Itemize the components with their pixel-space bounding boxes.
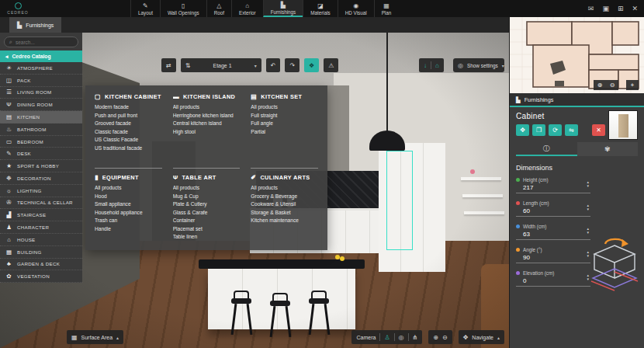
sidebar-item-pack[interactable]: ◫ PACK — [0, 75, 82, 87]
catalog-search[interactable]: ⌕ — [4, 37, 78, 47]
menu-item[interactable]: All products — [173, 184, 241, 193]
menu-item[interactable]: Plate & Cutlery — [173, 200, 241, 209]
close-icon[interactable]: ✕ — [632, 5, 638, 12]
orientation-cube-widget[interactable] — [588, 231, 641, 295]
menu-item[interactable]: Push and pull front — [95, 112, 162, 120]
redo-button[interactable]: ↷ — [285, 58, 299, 72]
sidebar-item-dining-room[interactable]: Ψ DINING ROOM — [0, 99, 82, 111]
tab-materials[interactable]: ◪ Materials — [303, 0, 338, 17]
warning-button[interactable]: ⚠ — [324, 58, 338, 72]
surface-area-button[interactable]: ▦ Surface Area ▴ — [67, 330, 123, 344]
rotate-button[interactable]: ⟳ — [549, 124, 562, 136]
menu-item[interactable]: Container — [173, 217, 241, 225]
floor-selector[interactable]: ⇅ Etage 1 ▾ — [181, 58, 261, 72]
orbit-view-icon[interactable]: ◎ — [399, 334, 404, 341]
menu-item[interactable]: Full angle — [251, 120, 318, 128]
menu-item[interactable]: Herringbone kitchen island — [173, 112, 241, 120]
tab-hd-visual[interactable]: ◉ HD Visual — [338, 0, 374, 17]
search-input[interactable] — [16, 40, 70, 45]
show-settings-button[interactable]: ◎ Show settings ▾ — [453, 58, 504, 72]
tab-wall-openings[interactable]: ▯ Wall Openings — [160, 0, 206, 17]
menu-item[interactable]: US Classic Facade — [95, 136, 162, 144]
sidebar-item-kitchen[interactable]: ▤ KITCHEN — [0, 111, 82, 124]
download-icon[interactable]: ↓ — [424, 62, 427, 69]
fullscreen-icon[interactable]: ⊞ — [618, 5, 624, 12]
duplicate-button[interactable]: ❐ — [532, 124, 545, 136]
swap-button[interactable]: ⇋ — [565, 124, 578, 136]
menu-item[interactable]: Small appliance — [95, 200, 162, 209]
sidebar-item-atmosphere[interactable]: ☀ ATMOSPHERE — [0, 62, 82, 75]
sidebar-item-vegetation[interactable]: ✿ VEGETATION — [0, 270, 82, 283]
sidebar-item-bedroom[interactable]: ▭ BEDROOM — [0, 136, 82, 148]
navigate-button[interactable]: ✥ Navigate ▴ — [459, 330, 504, 344]
minimap-target-button[interactable]: ⌖ — [626, 80, 639, 90]
tab-materials[interactable]: ✾ — [577, 142, 639, 156]
menu-item[interactable]: Mug & Cup — [173, 193, 241, 201]
tab-furnishings[interactable]: ▙ Furnishings — [263, 0, 303, 17]
elevation-input[interactable]: 0 — [523, 277, 590, 284]
menu-item[interactable]: Cookware & Utensil — [251, 200, 318, 209]
zoom-in-icon[interactable]: ⊕ — [594, 80, 606, 90]
sidebar-item-lighting[interactable]: ☼ LIGHTING — [0, 185, 82, 197]
compare-button[interactable]: ⇄ — [161, 58, 176, 72]
menu-item[interactable]: Classic facade — [95, 128, 162, 137]
angle-input[interactable]: 90 — [523, 254, 590, 261]
cedreo-catalog-header[interactable]: ◂ Cedreo Catalog — [0, 50, 82, 62]
sidebar-item-building[interactable]: ▦ BUILDING — [0, 246, 82, 259]
sidebar-item-house[interactable]: ⌂ HOUSE — [0, 234, 82, 246]
menu-item[interactable]: Modern facade — [95, 103, 162, 112]
sidebar-item-character[interactable]: ♟ CHARACTER — [0, 221, 82, 234]
menu-item[interactable]: Trash can — [95, 217, 162, 225]
menu-item[interactable]: Hood — [95, 193, 162, 201]
sidebar-item-staircase[interactable]: ▟ STAIRCASE — [0, 209, 82, 221]
menu-item[interactable]: Grooved facade — [95, 120, 162, 128]
menu-item[interactable]: Table linen — [173, 233, 241, 242]
home-view-icon[interactable]: ⌂ — [435, 62, 439, 69]
length-input[interactable]: 60 — [523, 207, 590, 214]
sidebar-item-decoration[interactable]: ❉ DECORATION — [0, 172, 82, 185]
panel-furnishings-tab[interactable]: ▙ Furnishings — [510, 93, 644, 107]
sidebar-item-sport-hobby[interactable]: ★ SPORT & HOBBY — [0, 160, 82, 172]
delete-button[interactable]: ✕ — [592, 124, 605, 136]
menu-item[interactable]: Full straight — [251, 112, 318, 120]
menu-item[interactable]: All products — [95, 184, 162, 193]
height-input[interactable]: 217 — [523, 184, 590, 191]
menu-item[interactable]: Partial — [251, 128, 318, 137]
tab-exterior[interactable]: ⌂ Exterior — [231, 0, 263, 17]
furnishings-subtab[interactable]: ▙ Furnishings — [9, 17, 61, 33]
menu-item[interactable]: Placemat set — [173, 225, 241, 234]
width-input[interactable]: 63 — [523, 231, 590, 238]
zoom-out-icon[interactable]: ⊖ — [606, 80, 618, 90]
menu-item[interactable]: All products — [173, 103, 241, 112]
stepper-down-icon[interactable]: ▾ — [587, 207, 589, 211]
menu-item[interactable]: All products — [251, 103, 318, 112]
menu-item[interactable]: Central kitchen island — [173, 120, 241, 128]
zoom-out-icon[interactable]: ⊖ — [442, 334, 448, 341]
tab-roof[interactable]: △ Roof — [206, 0, 231, 17]
stepper-down-icon[interactable]: ▾ — [587, 184, 589, 188]
menu-item[interactable]: All products — [251, 184, 318, 193]
comments-icon[interactable]: ✉ — [588, 5, 594, 12]
move-button[interactable]: ✥ — [516, 124, 529, 136]
menu-item[interactable]: Handle — [95, 225, 162, 234]
render-button[interactable]: ❖ — [304, 58, 319, 72]
menu-item[interactable]: US traditional facade — [95, 144, 162, 153]
menu-item[interactable]: Storage & Basket — [251, 209, 318, 218]
sidebar-item-desk[interactable]: ✎ DESK — [0, 148, 82, 160]
zoom-in-icon[interactable]: ⊕ — [433, 334, 438, 341]
tab-info[interactable]: ⓘ — [516, 142, 577, 156]
menu-item[interactable]: Grocery & Beverage — [251, 193, 318, 201]
undo-button[interactable]: ↶ — [266, 58, 281, 72]
menu-item[interactable]: Kitchen maintenance — [251, 217, 318, 225]
sidebar-item-technical-cellar[interactable]: ✇ TECHNICAL & CELLAR — [0, 197, 82, 210]
save-icon[interactable]: ▣ — [602, 5, 609, 12]
tripod-height-icon[interactable]: ⋔ — [413, 334, 418, 341]
sidebar-item-bathroom[interactable]: ♨ BATHROOM — [0, 124, 82, 136]
menu-item[interactable]: Household appliance — [95, 209, 162, 218]
person-view-icon[interactable]: ♙ — [384, 334, 390, 341]
menu-item[interactable]: High stool — [173, 128, 241, 137]
tab-plan[interactable]: ▦ Plan — [374, 0, 399, 17]
length-stepper[interactable]: ▴ ▾ — [587, 204, 589, 211]
height-stepper[interactable]: ▴ ▾ — [587, 180, 589, 188]
sidebar-item-garden-deck[interactable]: ♣ GARDEN & DECK — [0, 259, 82, 271]
